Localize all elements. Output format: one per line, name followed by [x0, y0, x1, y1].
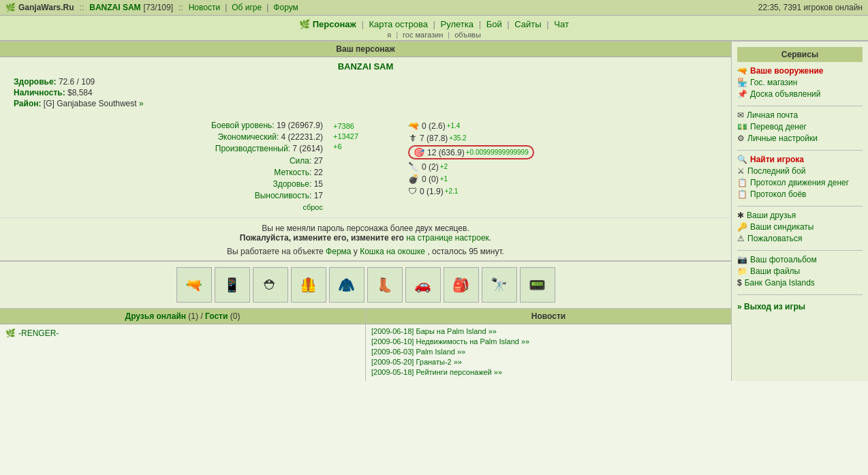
- fight-protocol-icon: 📋: [737, 189, 747, 199]
- strength-value: 27: [314, 156, 323, 166]
- last-fight-link[interactable]: Последний бой: [747, 166, 805, 176]
- prod-level-label: Производственный:: [215, 144, 290, 153]
- ws-armor-icon: 🛡: [408, 186, 417, 196]
- top-bar: 🌿 GanjaWars.Ru :: BANZAI SAM [73/109] ::…: [0, 0, 868, 16]
- region-label: Район:: [14, 99, 41, 108]
- complain-link[interactable]: Пожаловаться: [747, 234, 803, 243]
- state-store-link[interactable]: Гос. магазин: [750, 78, 797, 87]
- econ-level-value: 4 (22231.2): [281, 132, 323, 142]
- nav-sites[interactable]: Сайты: [514, 19, 541, 29]
- right-sidebar: Сервисы 🔫 Ваше вооружение 🏪 Гос. магазин…: [732, 42, 868, 381]
- friends-list: 🌿 -RENGER-: [0, 324, 365, 344]
- nav-forum-top[interactable]: Форум: [273, 3, 298, 12]
- service-item-friends: ✱ Ваши друзья: [737, 211, 863, 220]
- friends-header: Друзья онлайн (1) / Гости (0): [0, 309, 365, 324]
- battle-level-label: Боевой уровень:: [211, 121, 275, 130]
- news-link-0[interactable]: [2009-06-18] Бары на Palm Island »»: [371, 327, 497, 335]
- sub-nav-ads[interactable]: объявы: [454, 31, 481, 39]
- news-link-1[interactable]: [2009-06-10] Недвижимость на Palm Island…: [371, 337, 529, 346]
- guests-link[interactable]: Гости: [205, 311, 228, 321]
- inv-item-3[interactable]: 🦺: [291, 267, 326, 303]
- work-employer-link[interactable]: Кошка на окошке: [360, 247, 425, 256]
- list-item: 🌿 -RENGER-: [5, 328, 360, 338]
- nav-map[interactable]: Карта острова: [369, 19, 428, 29]
- service-item-mail: ✉ Личная почта: [737, 110, 863, 120]
- ws-row-rifle: 🗡 7 (87.8) +35.2: [408, 133, 724, 143]
- weapons-link[interactable]: Ваше вооружение: [750, 66, 824, 76]
- find-player-icon: 🔍: [737, 155, 747, 164]
- nav-roulette[interactable]: Рулетка: [441, 19, 474, 29]
- logout-link[interactable]: » Выход из игры: [737, 302, 805, 311]
- nav-news-top[interactable]: Новости: [189, 3, 220, 12]
- service-group-find: 🔍 Найти игрока ⚔ Последний бой 📋 Протоко…: [737, 155, 863, 199]
- mail-link[interactable]: Личная почта: [747, 110, 798, 120]
- nav-fight[interactable]: Бой: [486, 19, 502, 29]
- inv-item-7[interactable]: 🎒: [444, 267, 479, 303]
- friend-name-link[interactable]: -RENGER-: [18, 328, 59, 338]
- messages-area: Вы не меняли пароль персонажа более двух…: [0, 217, 731, 260]
- settings-link[interactable]: Личные настройки: [747, 134, 818, 143]
- ads-link[interactable]: Доска объявлений: [750, 89, 820, 99]
- nav-character[interactable]: Персонаж: [313, 19, 356, 29]
- ws-row-sniper: 🎯 12 (636.9) +0.00999999999999: [408, 145, 724, 159]
- player-link[interactable]: BANZAI SAM: [89, 3, 140, 12]
- money-transfer-link[interactable]: Перевод денег: [750, 122, 807, 132]
- service-group-social: ✱ Ваши друзья 🔑 Ваши синдикаты ⚠ Пожалов…: [737, 211, 863, 243]
- inv-item-2[interactable]: ⛑: [253, 267, 288, 303]
- ws-row-knife: 🔪 0 (2) +2: [408, 162, 724, 172]
- inv-item-9[interactable]: 📟: [520, 267, 555, 303]
- settings-page-link[interactable]: на странице настроек: [406, 233, 489, 243]
- site-name[interactable]: GanjaWars.Ru: [18, 3, 74, 12]
- friends-online-link[interactable]: Друзья онлайн: [125, 311, 186, 321]
- service-sep-4: [737, 250, 863, 251]
- inv-item-1[interactable]: 📱: [215, 267, 250, 303]
- inventory-area: 🔫 📱 ⛑ 🦺 🧥 👢 🚗 🎒 🔭 📟: [0, 261, 731, 308]
- find-player-link[interactable]: Найти игрока: [750, 155, 804, 164]
- char-name-link[interactable]: BANZAI SAM: [338, 61, 394, 72]
- nav-about-top[interactable]: Об игре: [232, 3, 262, 12]
- inv-item-0[interactable]: 🔫: [176, 267, 212, 303]
- news-link-2[interactable]: [2009-06-03] Palm Island »»: [371, 348, 465, 356]
- nav-chat[interactable]: Чат: [554, 19, 569, 29]
- settings-icon: ⚙: [737, 134, 745, 143]
- list-item: [2009-05-20] Гранаты-2 »»: [371, 358, 726, 366]
- news-header: Новости: [366, 309, 731, 324]
- main-wrapper: Ваш персонаж BANZAI SAM Здоровье: 72.6 /…: [0, 41, 868, 381]
- money-protocol-link[interactable]: Протокол движения денег: [750, 178, 849, 187]
- service-item-settings: ⚙ Личные настройки: [737, 134, 863, 143]
- work-object-link[interactable]: Ферма: [326, 247, 351, 256]
- sub-nav-store[interactable]: гос магазин: [403, 31, 443, 39]
- center-content: Ваш персонаж BANZAI SAM Здоровье: 72.6 /…: [0, 42, 732, 381]
- region-value: [G] Ganjabase Southwest: [44, 99, 137, 108]
- photo-link[interactable]: Ваш фотоальбом: [750, 255, 817, 264]
- sub-nav-me[interactable]: я: [387, 31, 391, 39]
- battle-skills: Боевой уровень: 19 (26967.9) Экономическ…: [7, 121, 326, 212]
- econ-bonus: +13427: [333, 132, 388, 140]
- your-friends-link[interactable]: Ваши друзья: [747, 211, 796, 220]
- ws-rifle-icon: 🗡: [408, 133, 417, 143]
- services-title: Сервисы: [737, 47, 863, 62]
- battle-level-value: 19 (26967.9): [277, 121, 323, 130]
- news-link-4[interactable]: [2009-05-18] Рейтинги персонажей »»: [371, 368, 502, 376]
- inv-item-8[interactable]: 🔭: [482, 267, 517, 303]
- stats-area: Боевой уровень: 19 (26967.9) Экономическ…: [0, 115, 731, 217]
- region-line: Район: [G] Ganjabase Southwest »: [14, 99, 717, 108]
- region-link[interactable]: »: [139, 99, 144, 108]
- char-section: Ваш персонаж BANZAI SAM Здоровье: 72.6 /…: [0, 42, 731, 261]
- syndicates-link[interactable]: Ваши синдикаты: [750, 222, 813, 232]
- service-item-money-transfer: 💵 Перевод денег: [737, 122, 863, 132]
- complain-icon: ⚠: [737, 234, 745, 243]
- health-line: Здоровье: 72.6 / 109: [14, 77, 717, 87]
- stamina-value: 17: [314, 191, 323, 200]
- inv-item-6[interactable]: 🚗: [405, 267, 441, 303]
- files-link[interactable]: Ваши файлы: [750, 266, 800, 276]
- service-item-find-player: 🔍 Найти игрока: [737, 155, 863, 164]
- inv-item-4[interactable]: 🧥: [329, 267, 365, 303]
- inv-item-5[interactable]: 👢: [367, 267, 403, 303]
- main-nav: 🌿 Персонаж | Карта острова | Рулетка | Б…: [0, 19, 868, 29]
- news-link-3[interactable]: [2009-05-20] Гранаты-2 »»: [371, 358, 462, 366]
- separator2: ::: [179, 3, 183, 12]
- stats-reset-link[interactable]: сброс: [303, 203, 323, 211]
- fight-protocol-link[interactable]: Протокол боёв: [750, 189, 806, 199]
- bank-link[interactable]: Банк Ganja Islands: [745, 278, 815, 288]
